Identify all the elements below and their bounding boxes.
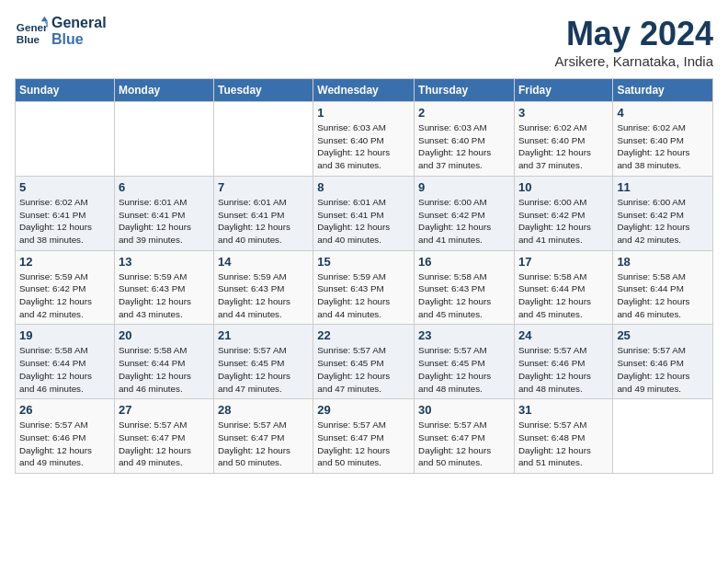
calendar-cell: 14Sunrise: 5:59 AM Sunset: 6:43 PM Dayli…: [213, 250, 313, 325]
day-info: Sunrise: 5:58 AM Sunset: 6:44 PM Dayligh…: [19, 344, 110, 395]
calendar-cell: 25Sunrise: 5:57 AM Sunset: 6:46 PM Dayli…: [613, 325, 713, 399]
weekday-header-row: SundayMondayTuesdayWednesdayThursdayFrid…: [16, 79, 713, 102]
calendar-cell: 10Sunrise: 6:00 AM Sunset: 6:42 PM Dayli…: [514, 176, 612, 250]
day-number: 1: [317, 106, 410, 120]
day-number: 27: [119, 403, 210, 417]
weekday-header-thursday: Thursday: [415, 79, 515, 102]
day-info: Sunrise: 5:57 AM Sunset: 6:45 PM Dayligh…: [317, 344, 410, 395]
calendar-cell: 19Sunrise: 5:58 AM Sunset: 6:44 PM Dayli…: [16, 325, 115, 399]
calendar-cell: [16, 102, 115, 177]
day-info: Sunrise: 6:01 AM Sunset: 6:41 PM Dayligh…: [119, 196, 210, 247]
day-number: 11: [617, 180, 709, 194]
calendar-cell: 8Sunrise: 6:01 AM Sunset: 6:41 PM Daylig…: [313, 176, 415, 250]
day-number: 17: [518, 255, 609, 269]
day-info: Sunrise: 5:57 AM Sunset: 6:47 PM Dayligh…: [218, 419, 309, 469]
weekday-header-tuesday: Tuesday: [213, 79, 313, 102]
svg-text:General: General: [17, 21, 48, 33]
day-number: 13: [119, 255, 210, 269]
day-number: 22: [317, 328, 410, 342]
day-number: 26: [19, 403, 110, 417]
calendar-cell: [213, 102, 313, 177]
calendar-cell: 6Sunrise: 6:01 AM Sunset: 6:41 PM Daylig…: [114, 176, 213, 250]
day-number: 8: [317, 180, 410, 194]
week-row-1: 1Sunrise: 6:03 AM Sunset: 6:40 PM Daylig…: [16, 102, 713, 177]
calendar-cell: 17Sunrise: 5:58 AM Sunset: 6:44 PM Dayli…: [514, 250, 612, 325]
day-info: Sunrise: 5:59 AM Sunset: 6:43 PM Dayligh…: [119, 270, 210, 321]
day-info: Sunrise: 5:59 AM Sunset: 6:43 PM Dayligh…: [317, 270, 410, 321]
calendar-cell: 26Sunrise: 5:57 AM Sunset: 6:46 PM Dayli…: [16, 399, 115, 474]
day-number: 23: [418, 328, 510, 342]
day-info: Sunrise: 6:02 AM Sunset: 6:40 PM Dayligh…: [617, 121, 709, 172]
calendar-location: Arsikere, Karnataka, India: [554, 53, 713, 69]
day-info: Sunrise: 6:03 AM Sunset: 6:40 PM Dayligh…: [317, 121, 410, 172]
day-number: 30: [418, 403, 510, 417]
calendar-cell: 28Sunrise: 5:57 AM Sunset: 6:47 PM Dayli…: [213, 399, 313, 474]
day-number: 25: [617, 328, 709, 342]
calendar-cell: 3Sunrise: 6:02 AM Sunset: 6:40 PM Daylig…: [514, 102, 612, 177]
calendar-title: May 2024: [554, 15, 713, 53]
calendar-cell: 12Sunrise: 5:59 AM Sunset: 6:42 PM Dayli…: [16, 250, 115, 325]
calendar-cell: [114, 102, 213, 177]
weekday-header-wednesday: Wednesday: [313, 79, 415, 102]
day-info: Sunrise: 5:57 AM Sunset: 6:48 PM Dayligh…: [518, 419, 609, 469]
calendar-cell: 1Sunrise: 6:03 AM Sunset: 6:40 PM Daylig…: [313, 102, 415, 177]
day-info: Sunrise: 5:58 AM Sunset: 6:44 PM Dayligh…: [119, 344, 210, 395]
day-info: Sunrise: 6:00 AM Sunset: 6:42 PM Dayligh…: [518, 196, 609, 247]
logo-icon: General Blue: [15, 15, 48, 48]
day-info: Sunrise: 6:01 AM Sunset: 6:41 PM Dayligh…: [218, 196, 309, 247]
calendar-table: SundayMondayTuesdayWednesdayThursdayFrid…: [15, 78, 713, 474]
day-number: 16: [418, 255, 510, 269]
day-number: 9: [418, 180, 510, 194]
day-number: 29: [317, 403, 410, 417]
page-header: General Blue General Blue May 2024 Arsik…: [15, 15, 713, 69]
day-info: Sunrise: 6:02 AM Sunset: 6:41 PM Dayligh…: [19, 196, 110, 247]
calendar-cell: 4Sunrise: 6:02 AM Sunset: 6:40 PM Daylig…: [613, 102, 713, 177]
calendar-cell: 18Sunrise: 5:58 AM Sunset: 6:44 PM Dayli…: [613, 250, 713, 325]
day-number: 18: [617, 255, 709, 269]
calendar-cell: 13Sunrise: 5:59 AM Sunset: 6:43 PM Dayli…: [114, 250, 213, 325]
svg-marker-2: [41, 17, 48, 21]
day-number: 20: [119, 328, 210, 342]
week-row-4: 19Sunrise: 5:58 AM Sunset: 6:44 PM Dayli…: [16, 325, 713, 399]
day-info: Sunrise: 5:58 AM Sunset: 6:44 PM Dayligh…: [617, 270, 709, 321]
day-info: Sunrise: 5:59 AM Sunset: 6:43 PM Dayligh…: [218, 270, 309, 321]
weekday-header-friday: Friday: [514, 79, 612, 102]
logo: General Blue General Blue: [15, 15, 107, 48]
calendar-cell: 24Sunrise: 5:57 AM Sunset: 6:46 PM Dayli…: [514, 325, 612, 399]
day-number: 28: [218, 403, 309, 417]
calendar-cell: [613, 399, 713, 474]
weekday-header-sunday: Sunday: [16, 79, 115, 102]
day-number: 3: [518, 106, 609, 120]
day-number: 21: [218, 328, 309, 342]
day-number: 15: [317, 255, 410, 269]
week-row-3: 12Sunrise: 5:59 AM Sunset: 6:42 PM Dayli…: [16, 250, 713, 325]
calendar-cell: 30Sunrise: 5:57 AM Sunset: 6:47 PM Dayli…: [415, 399, 515, 474]
day-info: Sunrise: 6:03 AM Sunset: 6:40 PM Dayligh…: [418, 121, 510, 172]
day-info: Sunrise: 5:58 AM Sunset: 6:44 PM Dayligh…: [518, 270, 609, 321]
calendar-cell: 16Sunrise: 5:58 AM Sunset: 6:43 PM Dayli…: [415, 250, 515, 325]
day-info: Sunrise: 5:57 AM Sunset: 6:46 PM Dayligh…: [19, 419, 110, 469]
day-info: Sunrise: 6:01 AM Sunset: 6:41 PM Dayligh…: [317, 196, 410, 247]
calendar-cell: 15Sunrise: 5:59 AM Sunset: 6:43 PM Dayli…: [313, 250, 415, 325]
calendar-cell: 29Sunrise: 5:57 AM Sunset: 6:47 PM Dayli…: [313, 399, 415, 474]
day-info: Sunrise: 6:02 AM Sunset: 6:40 PM Dayligh…: [518, 121, 609, 172]
calendar-cell: 7Sunrise: 6:01 AM Sunset: 6:41 PM Daylig…: [213, 176, 313, 250]
title-block: May 2024 Arsikere, Karnataka, India: [554, 15, 713, 69]
day-number: 31: [518, 403, 609, 417]
calendar-cell: 9Sunrise: 6:00 AM Sunset: 6:42 PM Daylig…: [415, 176, 515, 250]
weekday-header-monday: Monday: [114, 79, 213, 102]
calendar-cell: 31Sunrise: 5:57 AM Sunset: 6:48 PM Dayli…: [514, 399, 612, 474]
day-info: Sunrise: 5:57 AM Sunset: 6:46 PM Dayligh…: [617, 344, 709, 395]
day-number: 19: [19, 328, 110, 342]
calendar-cell: 5Sunrise: 6:02 AM Sunset: 6:41 PM Daylig…: [16, 176, 115, 250]
day-info: Sunrise: 5:58 AM Sunset: 6:43 PM Dayligh…: [418, 270, 510, 321]
day-number: 2: [418, 106, 510, 120]
day-info: Sunrise: 5:57 AM Sunset: 6:47 PM Dayligh…: [119, 419, 210, 469]
day-number: 14: [218, 255, 309, 269]
day-info: Sunrise: 5:57 AM Sunset: 6:47 PM Dayligh…: [418, 419, 510, 469]
calendar-cell: 27Sunrise: 5:57 AM Sunset: 6:47 PM Dayli…: [114, 399, 213, 474]
week-row-2: 5Sunrise: 6:02 AM Sunset: 6:41 PM Daylig…: [16, 176, 713, 250]
calendar-cell: 20Sunrise: 5:58 AM Sunset: 6:44 PM Dayli…: [114, 325, 213, 399]
day-number: 6: [119, 180, 210, 194]
day-number: 5: [19, 180, 110, 194]
